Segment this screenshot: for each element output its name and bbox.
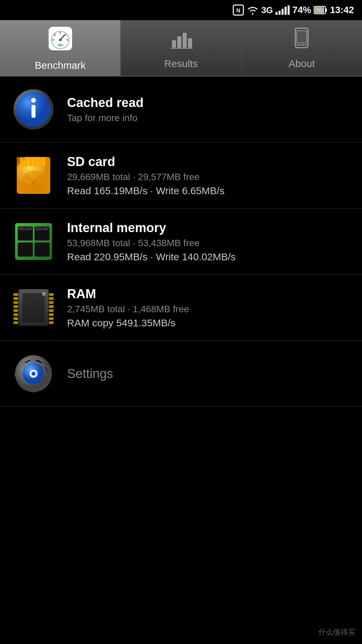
svg-rect-26 — [305, 44, 307, 46]
list-container: Cached read Tap for more info — [0, 76, 362, 407]
svg-point-29 — [31, 98, 36, 103]
list-item-ram: RAM 2,745MB total · 1,468MB free RAM cop… — [0, 275, 362, 341]
sdcard-icon — [10, 152, 57, 199]
svg-rect-57 — [13, 301, 18, 304]
svg-rect-56 — [13, 297, 18, 300]
cached-read-text: Cached read Tap for more info — [67, 96, 352, 123]
svg-rect-18 — [188, 38, 192, 48]
sd-card-text: SD card 29,669MB total · 29,577MB free R… — [67, 155, 352, 197]
svg-rect-36 — [33, 157, 37, 166]
svg-rect-64 — [49, 297, 54, 300]
svg-rect-58 — [13, 305, 18, 308]
svg-rect-30 — [32, 105, 36, 118]
list-item-settings[interactable]: Settings — [0, 341, 362, 407]
svg-rect-52 — [35, 227, 42, 230]
nfc-icon: N — [233, 4, 244, 16]
info-icon — [10, 86, 57, 133]
memory-module-icon — [10, 218, 57, 265]
list-item-cached-read[interactable]: Cached read Tap for more info — [0, 76, 362, 143]
time-display: 13:42 — [330, 5, 354, 15]
list-item-sd-card: SD card 29,669MB total · 29,577MB free R… — [0, 143, 362, 209]
svg-rect-35 — [29, 157, 32, 166]
svg-text:N: N — [236, 8, 240, 13]
svg-rect-50 — [18, 227, 25, 230]
svg-rect-59 — [13, 309, 18, 312]
svg-rect-53 — [43, 227, 49, 230]
internal-memory-sub: 53,968MB total · 53,438MB free — [67, 238, 352, 249]
svg-rect-60 — [13, 313, 18, 316]
internal-memory-detail: Read 220.95MB/s · Write 140.02MB/s — [67, 251, 352, 263]
svg-text:⚡: ⚡ — [317, 7, 322, 13]
internal-memory-text: Internal memory 53,968MB total · 53,438M… — [67, 221, 352, 263]
about-tab-icon — [290, 27, 313, 55]
svg-rect-22 — [297, 32, 306, 42]
status-icons: N 3G 74% ⚡ 13:42 — [233, 4, 354, 16]
footer-watermark: 什么值得买 — [318, 627, 355, 637]
sd-card-sub: 29,669MB total · 29,577MB free — [67, 172, 352, 182]
svg-rect-37 — [38, 157, 41, 166]
svg-rect-23 — [297, 44, 299, 46]
cached-read-title: Cached read — [67, 96, 352, 110]
svg-rect-25 — [302, 44, 304, 46]
svg-rect-48 — [18, 243, 33, 257]
svg-point-14 — [59, 39, 62, 41]
settings-text: Settings — [67, 367, 352, 381]
svg-rect-70 — [49, 321, 54, 324]
ram-detail: RAM copy 5491.35MB/s — [67, 317, 352, 329]
network-type-icon: 3G — [261, 5, 273, 15]
tab-about-label: About — [289, 58, 315, 69]
svg-rect-65 — [49, 301, 54, 304]
svg-rect-62 — [13, 321, 18, 324]
svg-rect-51 — [26, 227, 32, 230]
benchmark-tab-icon — [47, 25, 74, 56]
svg-rect-55 — [13, 293, 18, 296]
ram-chip-icon — [10, 284, 57, 331]
tab-benchmark[interactable]: Benchmark — [0, 20, 121, 76]
svg-rect-63 — [49, 293, 54, 296]
battery-percent: 74% — [292, 5, 311, 15]
wifi-icon — [247, 5, 259, 15]
results-tab-icon — [169, 27, 193, 55]
ram-sub: 2,745MB total · 1,468MB free — [67, 304, 352, 315]
svg-rect-66 — [49, 305, 54, 308]
svg-rect-3 — [325, 8, 327, 12]
list-item-internal-memory: Internal memory 53,968MB total · 53,438M… — [0, 209, 362, 275]
svg-rect-16 — [177, 36, 181, 48]
settings-gear-icon — [10, 350, 57, 397]
svg-rect-24 — [299, 44, 301, 46]
tab-results[interactable]: Results — [121, 20, 241, 76]
ram-title: RAM — [67, 287, 352, 301]
svg-rect-33 — [20, 158, 23, 167]
svg-rect-17 — [183, 33, 187, 48]
svg-rect-72 — [22, 293, 45, 322]
svg-rect-38 — [42, 157, 45, 166]
ram-text: RAM 2,745MB total · 1,468MB free RAM cop… — [67, 287, 352, 329]
sd-card-detail: Read 165.19MB/s · Write 6.65MB/s — [67, 185, 352, 197]
internal-memory-title: Internal memory — [67, 221, 352, 235]
tab-results-label: Results — [164, 58, 198, 69]
cached-read-sub: Tap for more info — [67, 113, 352, 123]
battery-icon: ⚡ — [314, 5, 327, 15]
svg-rect-68 — [49, 313, 54, 316]
signal-bars-icon — [276, 5, 290, 15]
svg-rect-67 — [49, 309, 54, 312]
settings-title: Settings — [67, 367, 352, 381]
svg-rect-61 — [13, 317, 18, 320]
tab-benchmark-label: Benchmark — [35, 60, 86, 71]
svg-rect-49 — [35, 243, 50, 257]
status-bar: N 3G 74% ⚡ 13:42 — [0, 0, 362, 20]
svg-rect-34 — [24, 157, 28, 166]
svg-rect-15 — [172, 40, 176, 48]
svg-rect-69 — [49, 317, 54, 320]
sd-card-title: SD card — [67, 155, 352, 169]
tab-bar: Benchmark Results — [0, 20, 362, 76]
tab-about[interactable]: About — [242, 20, 362, 76]
svg-point-78 — [32, 372, 36, 376]
svg-point-73 — [42, 292, 46, 296]
